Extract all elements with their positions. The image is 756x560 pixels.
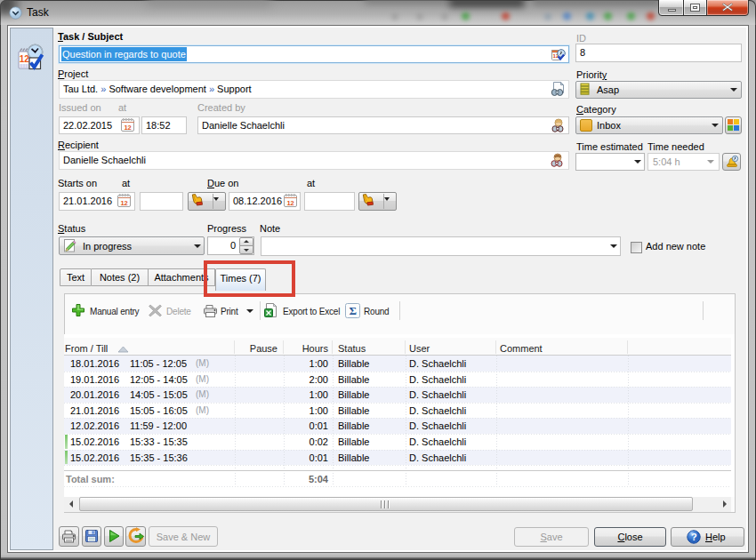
svg-text:12: 12 [124, 124, 131, 132]
svg-text:Σ: Σ [350, 304, 358, 317]
svg-text:12: 12 [286, 199, 294, 207]
svg-text:?: ? [691, 532, 697, 542]
svg-text:12: 12 [120, 199, 127, 207]
